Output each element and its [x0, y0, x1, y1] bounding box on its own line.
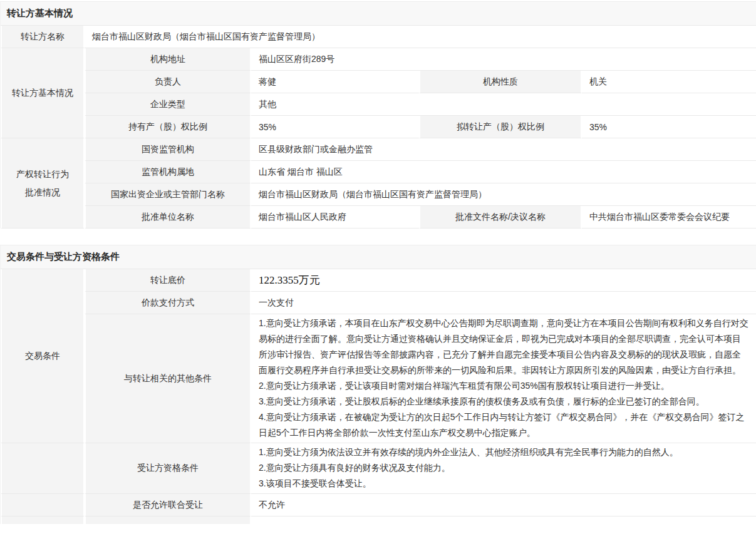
org-nature-label: 机构性质	[419, 71, 582, 93]
joint-transfer-value: 不允许	[251, 494, 756, 516]
group-label-empty	[1, 516, 85, 524]
qualification-line-3: 3.该项目不接受联合体受让。	[259, 476, 749, 491]
condition-line-2: 2.意向受让方须承诺，受让该项目时需对烟台祥瑞汽车租赁有限公司35%国有股权转让…	[259, 378, 749, 394]
leader-label: 负责人	[85, 71, 251, 93]
payment-method-value: 一次支付	[251, 292, 756, 314]
group-label-line2: 批准情况	[11, 183, 75, 202]
next-row-value-clipped	[251, 516, 756, 524]
state-funded-enterprise-value: 烟台市福山区财政局（烟台市福山区国有资产监督管理局）	[251, 183, 756, 206]
approval-doc-label: 批准文件名称/决议名称	[419, 206, 582, 228]
approval-unit-value: 烟台市福山区人民政府	[251, 206, 419, 228]
table-row: 转让方名称 烟台市福山区财政局（烟台市福山区国有资产监督管理局）	[1, 26, 756, 48]
payment-method-label: 价款支付方式	[85, 292, 251, 314]
table-row: 与转让相关的其他条件 1.意向受让方须承诺，本项目在山东产权交易中心公告期即为尽…	[1, 314, 756, 443]
table-row: 企业类型 其他	[1, 93, 756, 116]
org-address-label: 机构地址	[85, 48, 251, 71]
enterprise-type-value: 其他	[251, 93, 756, 116]
approval-unit-label: 批准单位名称	[85, 206, 251, 228]
table-row: 价款支付方式 一次支付	[1, 292, 756, 314]
floor-price-value: 122.3355万元	[251, 269, 756, 292]
transfer-ratio-label: 拟转让产（股）权比例	[419, 116, 582, 138]
holding-ratio-label: 持有产（股）权比例	[85, 116, 251, 138]
enterprise-type-label: 企业类型	[85, 93, 251, 116]
regulator-label: 国资监管机构	[85, 138, 251, 161]
qualification-line-2: 2.意向受让方须具有良好的财务状况及支付能力。	[259, 460, 749, 476]
section-header-transaction-conditions: 交易条件与受让方资格条件	[1, 245, 756, 269]
group-label-line1: 产权转让行为	[11, 165, 75, 183]
table-row: 受让方资格条件 1.意向受让方须为依法设立并有效存续的境内外企业法人、其他经济组…	[1, 443, 756, 494]
approval-doc-value: 中共烟台市福山区委常委会会议纪要	[582, 206, 756, 228]
transaction-conditions-table: 交易条件与受让方资格条件 交易条件 转让底价 122.3355万元 价款支付方式…	[0, 245, 756, 524]
qualification-label: 受让方资格条件	[85, 443, 251, 494]
group-label-transferor-basic-info: 转让方基本情况	[1, 48, 85, 138]
table-row: 负责人 蒋健 机构性质 机关	[1, 71, 756, 93]
table-row: 批准单位名称 烟台市福山区人民政府 批准文件名称/决议名称 中共烟台市福山区委常…	[1, 206, 756, 228]
other-conditions-value: 1.意向受让方须承诺，本项目在山东产权交易中心公告期即为尽职调查期，意向受让方在…	[251, 314, 756, 443]
leader-value: 蒋健	[251, 71, 419, 93]
org-nature-value: 机关	[582, 71, 756, 93]
org-address-value: 福山区区府街289号	[251, 48, 756, 71]
group-label-empty	[1, 494, 85, 516]
section-header-row: 交易条件与受让方资格条件	[1, 245, 756, 269]
regulator-region-label: 监管机构属地	[85, 161, 251, 183]
group-label-approval-info: 产权转让行为 批准情况	[1, 138, 85, 228]
group-label-empty	[1, 443, 85, 494]
table-row: 是否允许联合受让 不允许	[1, 494, 756, 516]
floor-price-label: 转让底价	[85, 269, 251, 292]
condition-line-4: 4.意向受让方须承诺，在被确定为受让方的次日起5个工作日内与转让方签订《产权交易…	[259, 409, 749, 441]
table-row: 持有产（股）权比例 35% 拟转让产（股）权比例 35%	[1, 116, 756, 138]
next-row-label-clipped	[85, 516, 251, 524]
table-row-partial	[1, 516, 756, 524]
table-row: 产权转让行为 批准情况 国资监管机构 区县级财政部门或金融办监管	[1, 138, 756, 161]
other-conditions-label: 与转让相关的其他条件	[85, 314, 251, 443]
section-header-transferor-basic-info: 转让方基本情况	[1, 2, 756, 26]
transferor-name-label: 转让方名称	[1, 26, 85, 48]
table-row: 监管机构属地 山东省 烟台市 福山区	[1, 161, 756, 183]
regulator-region-value: 山东省 烟台市 福山区	[251, 161, 756, 183]
section-header-row: 转让方基本情况	[1, 2, 756, 26]
condition-line-1: 1.意向受让方须承诺，本项目在山东产权交易中心公告期即为尽职调查期，意向受让方在…	[259, 316, 749, 378]
table-row: 转让方基本情况 机构地址 福山区区府街289号	[1, 48, 756, 71]
table-row: 交易条件 转让底价 122.3355万元	[1, 269, 756, 292]
group-label-transaction-conditions: 交易条件	[1, 269, 85, 443]
condition-line-3: 3.意向受让方须承诺，受让股权后标的企业继续承接原有的债权债务及或有负债，履行标…	[259, 394, 749, 409]
holding-ratio-value: 35%	[251, 116, 419, 138]
regulator-value: 区县级财政部门或金融办监管	[251, 138, 756, 161]
transfer-ratio-value: 35%	[582, 116, 756, 138]
qualification-value: 1.意向受让方须为依法设立并有效存续的境内外企业法人、其他经济组织或具有完全民事…	[251, 443, 756, 494]
state-funded-enterprise-label: 国家出资企业或主管部门名称	[85, 183, 251, 206]
joint-transfer-label: 是否允许联合受让	[85, 494, 251, 516]
transferor-name-value: 烟台市福山区财政局（烟台市福山区国有资产监督管理局）	[85, 26, 756, 48]
qualification-line-1: 1.意向受让方须为依法设立并有效存续的境内外企业法人、其他经济组织或具有完全民事…	[259, 444, 749, 460]
transferor-info-table: 转让方基本情况 转让方名称 烟台市福山区财政局（烟台市福山区国有资产监督管理局）…	[0, 1, 756, 228]
table-row: 国家出资企业或主管部门名称 烟台市福山区财政局（烟台市福山区国有资产监督管理局）	[1, 183, 756, 206]
